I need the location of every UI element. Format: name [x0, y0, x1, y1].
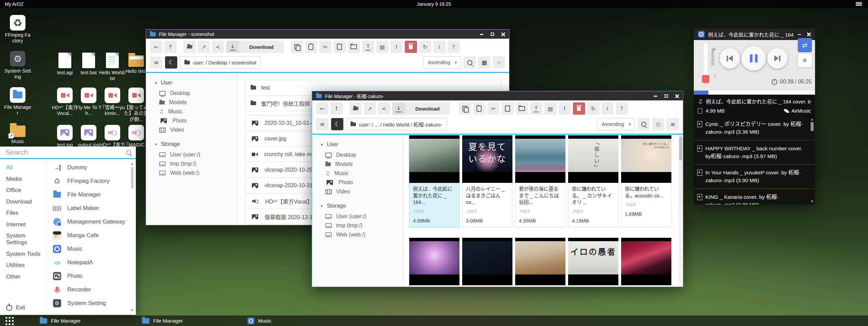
- category-system-tools[interactable]: System Tools: [6, 251, 46, 257]
- app-item-dummy[interactable]: →]Dummy: [53, 164, 128, 172]
- help-button[interactable]: ?: [448, 41, 460, 53]
- delete-button[interactable]: [405, 41, 417, 53]
- sidebar-section-storage[interactable]: ▾Storage: [321, 203, 403, 209]
- sidebar-section-user[interactable]: ▾User: [321, 141, 403, 148]
- sort-select[interactable]: Ascending▾: [423, 56, 461, 69]
- grid-view-button[interactable]: ▦: [478, 56, 490, 69]
- rename-button[interactable]: I: [559, 102, 571, 115]
- category-utilities[interactable]: Utilities: [6, 262, 46, 269]
- minimize-button[interactable]: [653, 94, 657, 98]
- app-item-file-manager[interactable]: File Manager: [53, 191, 128, 199]
- category-media[interactable]: Media: [6, 176, 46, 183]
- category-other[interactable]: Other: [6, 273, 46, 280]
- breadcrumb[interactable]: user: / Desktop / screenshot: [180, 56, 261, 69]
- audio-tile[interactable]: 夢と葉桜 _ 青木月: [515, 238, 565, 287]
- open-button[interactable]: [183, 41, 196, 53]
- category-download[interactable]: Download: [6, 198, 46, 205]
- up-button[interactable]: ↑: [330, 102, 343, 115]
- download-button[interactable]: ↓ Download: [392, 102, 450, 115]
- sidebar-section-user[interactable]: ▾User: [155, 80, 237, 86]
- audio-tile[interactable]: 君が夜の海に還るまで _ こんにちは谷田....mp34.35MB: [515, 135, 565, 228]
- app-launcher-icon[interactable]: [5, 317, 14, 325]
- rename-button[interactable]: I: [391, 41, 403, 53]
- app-item-music[interactable]: Music: [53, 245, 128, 253]
- search-button[interactable]: [464, 56, 476, 69]
- close-button[interactable]: [807, 32, 811, 36]
- scrollbar[interactable]: ▲ ▼: [130, 162, 134, 312]
- sort-select[interactable]: Ascending▾: [597, 118, 635, 130]
- taskbar-item-music[interactable]: Music: [248, 315, 271, 326]
- scroll-up-icon[interactable]: ▲: [130, 162, 134, 166]
- upload-button[interactable]: ↑: [530, 102, 542, 115]
- category-internet[interactable]: Internet: [6, 221, 46, 228]
- open-external-button[interactable]: ↗: [198, 41, 210, 53]
- info-button[interactable]: i: [601, 102, 614, 115]
- app-item-photo[interactable]: Photo: [53, 272, 128, 280]
- sidebar-item-user-drive[interactable]: User (user:/): [325, 214, 403, 219]
- sidebar-item-web-drive[interactable]: Web (web:/): [159, 170, 237, 176]
- audio-tile[interactable]: 吉 _ HarryP cover: [462, 238, 512, 287]
- paste-button[interactable]: [305, 41, 317, 53]
- audio-tile[interactable]: 例えば、今此処に置かれた花に _ 164....mp34.99MB: [409, 135, 459, 228]
- sidebar-section-storage[interactable]: ▾Storage: [155, 141, 237, 147]
- scroll-down-icon[interactable]: ▼: [130, 308, 134, 312]
- archive-button[interactable]: ▤: [544, 102, 557, 115]
- volume-handle[interactable]: [702, 75, 709, 83]
- repeat-button[interactable]: ⇄: [798, 38, 812, 52]
- category-all[interactable]: All: [6, 164, 46, 171]
- playlist-item[interactable]: HAPPY BIRTHDAY _ back number cover. by柘榴…: [694, 140, 815, 165]
- download-button[interactable]: ↓ Download: [226, 41, 284, 53]
- brand-label[interactable]: My ArOZ: [5, 1, 23, 7]
- playlist-menu-button[interactable]: ≡: [798, 54, 812, 67]
- list-view-button[interactable]: ≡: [493, 56, 505, 69]
- sidebar-toggle-button[interactable]: ≡: [150, 56, 162, 69]
- app-item-system-setting[interactable]: ⚙System Setting: [53, 299, 128, 307]
- sidebar-item-music[interactable]: ♫Music: [159, 109, 237, 114]
- copy-button[interactable]: [291, 41, 303, 53]
- new-file-button[interactable]: [502, 102, 514, 115]
- sidebar-item-models[interactable]: Models: [325, 161, 403, 167]
- dark-mode-button[interactable]: ☾: [331, 118, 343, 130]
- app-item-ffmpeg-factory[interactable]: ♻FFmpeg Factory: [53, 177, 128, 185]
- app-item-management-gateway[interactable]: Management Gateway: [53, 218, 128, 226]
- volume-slider[interactable]: [703, 42, 708, 82]
- desktop-icon-music-folder[interactable]: ↗ Music: [1, 123, 34, 145]
- sidebar-item-music[interactable]: ♫Music: [325, 171, 403, 176]
- info-button[interactable]: i: [433, 41, 446, 53]
- taskbar-item-file-manager-2[interactable]: File Manager: [142, 315, 183, 326]
- sidebar-item-web-drive[interactable]: Web (web:/): [325, 232, 403, 237]
- title-bar[interactable]: 例えば、今此処に置かれた花に _ 164 c…: [694, 28, 815, 40]
- breadcrumb[interactable]: user: / ... / Hello World / 柘榴-zakuro-: [346, 118, 447, 130]
- new-folder-button[interactable]: [348, 41, 360, 53]
- scroll-down-icon[interactable]: ▼: [811, 199, 814, 203]
- scroll-up-icon[interactable]: ▲: [811, 117, 814, 121]
- category-files[interactable]: Files: [6, 210, 46, 216]
- list-view-button[interactable]: ≡: [667, 118, 679, 130]
- category-system-settings[interactable]: System Settings: [6, 232, 46, 246]
- refresh-button[interactable]: ↻: [419, 41, 431, 53]
- back-button[interactable]: ←: [150, 41, 162, 53]
- sidebar-item-video[interactable]: Video: [159, 127, 237, 133]
- pause-button[interactable]: [741, 46, 766, 71]
- sidebar-item-photo[interactable]: Photo: [325, 180, 403, 185]
- maximize-button[interactable]: [664, 94, 668, 98]
- app-item-notepada[interactable]: </>NotepadA: [53, 258, 128, 267]
- share-button[interactable]: <: [378, 102, 390, 115]
- volume-down-icon[interactable]: −: [711, 74, 719, 78]
- maximize-button[interactable]: [490, 32, 494, 36]
- copy-button[interactable]: [459, 102, 471, 115]
- audio-tile[interactable]: 夏を見て いるかな 八月のレイニー _ はるまきごはん co....mp33.0…: [462, 135, 512, 228]
- archive-button[interactable]: ▤: [376, 41, 388, 53]
- title-bar[interactable]: File Manager - screenshot: [146, 30, 509, 39]
- dark-mode-button[interactable]: ☾: [165, 56, 177, 69]
- audio-tile[interactable]: 幽霊東京 _ Ayase: [621, 238, 671, 287]
- audio-tile[interactable]: 「寂しい」 命に嫌われている。 _ カンザキイオリ ....mp34.19MB: [568, 135, 618, 228]
- minimize-button[interactable]: [480, 32, 484, 36]
- up-button[interactable]: ↑: [164, 41, 177, 53]
- search-button[interactable]: [637, 118, 650, 130]
- next-button[interactable]: [767, 48, 788, 69]
- new-folder-button[interactable]: [516, 102, 528, 115]
- delete-button[interactable]: [573, 102, 585, 115]
- grid-view-button[interactable]: ▦: [652, 118, 664, 130]
- category-office[interactable]: Office: [6, 187, 46, 194]
